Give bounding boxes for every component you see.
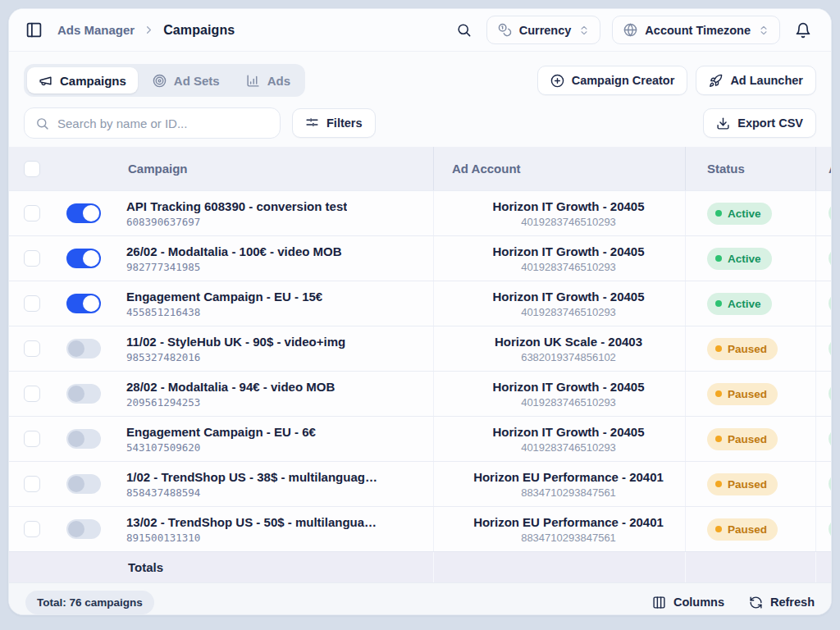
toggle-knob <box>68 386 84 402</box>
status-label: Paused <box>728 343 767 355</box>
breadcrumb-parent[interactable]: Ads Manager <box>57 23 135 37</box>
search-field[interactable] <box>24 107 281 139</box>
campaign-id: 891500131310 <box>126 532 377 544</box>
table-body: API Tracking 608390 - conversion test 60… <box>9 190 831 551</box>
ad-account-name: Horizon UK Scale - 20403 <box>495 335 642 349</box>
campaign-active-toggle[interactable] <box>66 429 101 449</box>
campaign-id: 982777341985 <box>126 261 342 273</box>
row-checkbox[interactable] <box>24 386 40 402</box>
status-label: Paused <box>728 523 767 536</box>
filters-button[interactable]: Filters <box>292 108 376 138</box>
search-icon <box>456 22 472 38</box>
ad-account-id: 8834710293847561 <box>521 532 616 544</box>
status-badge: Paused <box>707 518 778 541</box>
ad-account-id: 4019283746510293 <box>521 396 616 409</box>
refresh-label: Refresh <box>770 596 815 609</box>
toggle-knob <box>68 431 84 447</box>
level-toolbar: Campaigns Ad Sets Ads Campaign Creato <box>9 52 831 97</box>
ad-account-id: 4019283746510293 <box>521 216 616 228</box>
status-badge: Paused <box>707 338 778 360</box>
search-button[interactable] <box>453 19 475 41</box>
campaign-creator-label: Campaign Creator <box>572 74 675 87</box>
campaign-active-toggle[interactable] <box>66 294 101 313</box>
campaign-name[interactable]: 26/02 - ModaItalia - 100€ - video MOB <box>126 244 342 258</box>
row-checkbox[interactable] <box>24 476 40 492</box>
column-header-status[interactable]: Status <box>685 147 815 190</box>
export-csv-label: Export CSV <box>737 116 803 130</box>
campaign-name[interactable]: 1/02 - TrendShop US - 38$ - multilanguag… <box>126 470 377 484</box>
tab-ads[interactable]: Ads <box>235 67 302 94</box>
panel-left-icon <box>25 21 43 39</box>
tab-ad-sets[interactable]: Ad Sets <box>141 67 231 94</box>
row-checkbox[interactable] <box>24 250 40 267</box>
campaign-name[interactable]: 11/02 - StyleHub UK - 90$ - video+img <box>126 335 345 349</box>
campaign-name[interactable]: Engagement Campaign - EU - 15€ <box>126 290 322 304</box>
status-badge: Active <box>707 248 772 270</box>
campaign-name[interactable]: API Tracking 608390 - conversion test <box>126 199 347 213</box>
ad-account-name: Horizon EU Performance - 20401 <box>473 515 664 529</box>
toggle-knob <box>83 250 99 267</box>
status-badge: Active <box>707 293 772 315</box>
refresh-button[interactable]: Refresh <box>749 596 815 609</box>
tab-campaigns[interactable]: Campaigns <box>27 67 138 94</box>
select-all-checkbox[interactable] <box>24 161 40 177</box>
ad-account-name: Horizon IT Growth - 20405 <box>492 425 644 439</box>
clipped-badge <box>829 293 832 314</box>
clipped-badge <box>829 473 832 495</box>
search-input[interactable] <box>57 116 269 130</box>
breadcrumb-current: Campaigns <box>163 23 235 38</box>
toggle-knob <box>68 340 84 357</box>
campaign-active-toggle[interactable] <box>66 519 101 539</box>
campaign-active-toggle[interactable] <box>66 384 101 404</box>
campaign-active-toggle[interactable] <box>66 249 101 268</box>
column-header-ad-account[interactable]: Ad Account <box>433 147 685 190</box>
campaign-active-toggle[interactable] <box>66 474 101 494</box>
table-row: Engagement Campaign - EU - 6€ 5431075096… <box>9 416 831 461</box>
clipped-badge <box>829 338 832 359</box>
table-row: 1/02 - TrendShop US - 38$ - multilanguag… <box>9 461 831 506</box>
notifications-button[interactable] <box>792 19 815 42</box>
clipped-badge <box>829 203 832 224</box>
status-dot-icon <box>715 436 722 442</box>
status-dot-icon <box>715 255 722 262</box>
campaign-name[interactable]: Engagement Campaign - EU - 6€ <box>126 425 316 439</box>
totals-label: Totals <box>57 552 433 582</box>
row-checkbox[interactable] <box>24 521 40 537</box>
filters-label: Filters <box>326 116 363 130</box>
level-tabs: Campaigns Ad Sets Ads <box>24 64 305 97</box>
campaign-name[interactable]: 13/02 - TrendShop US - 50$ - multilangua… <box>126 515 377 529</box>
sidebar-toggle-button[interactable] <box>25 21 43 39</box>
ad-account-name: Horizon IT Growth - 20405 <box>492 244 644 258</box>
ad-account-id: 4019283746510293 <box>521 261 616 273</box>
export-csv-button[interactable]: Export CSV <box>703 108 816 138</box>
campaign-id: 858437488594 <box>126 486 377 499</box>
status-dot-icon <box>715 345 722 352</box>
campaign-active-toggle[interactable] <box>66 203 101 223</box>
ad-launcher-label: Ad Launcher <box>730 74 803 87</box>
table-row: 28/02 - ModaItalia - 94€ - video MOB 209… <box>9 371 831 416</box>
campaign-active-toggle[interactable] <box>66 339 101 358</box>
columns-button[interactable]: Columns <box>652 596 724 609</box>
filter-toolbar: Filters Export CSV <box>9 97 831 147</box>
column-header-partial[interactable]: A <box>815 147 832 190</box>
target-icon <box>153 74 167 88</box>
globe-icon <box>623 23 637 37</box>
rocket-icon <box>709 74 723 88</box>
table-header-row: Campaign Ad Account Status A <box>9 147 831 190</box>
ad-launcher-button[interactable]: Ad Launcher <box>696 66 816 95</box>
row-checkbox[interactable] <box>24 295 40 312</box>
ad-account-name: Horizon EU Performance - 20401 <box>473 470 664 484</box>
row-checkbox[interactable] <box>24 205 40 221</box>
coins-icon <box>498 23 512 37</box>
column-header-campaign[interactable]: Campaign <box>57 147 433 190</box>
campaign-creator-button[interactable]: Campaign Creator <box>537 66 688 95</box>
table-footer: Total: 76 campaigns Columns Refresh <box>9 582 831 615</box>
timezone-select[interactable]: Account Timezone <box>612 16 780 44</box>
tab-ad-sets-label: Ad Sets <box>174 74 220 88</box>
row-checkbox[interactable] <box>24 431 40 447</box>
campaign-name[interactable]: 28/02 - ModaItalia - 94€ - video MOB <box>126 380 335 394</box>
download-icon <box>716 116 730 130</box>
currency-select-label: Currency <box>519 24 572 37</box>
row-checkbox[interactable] <box>24 340 40 357</box>
currency-select[interactable]: Currency <box>486 16 601 44</box>
